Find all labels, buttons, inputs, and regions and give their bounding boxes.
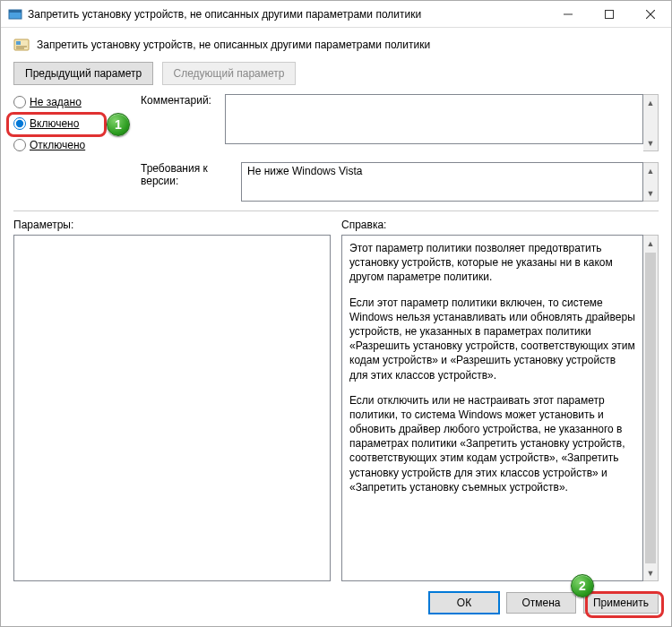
options-column: Параметры: xyxy=(13,219,331,581)
cancel-button[interactable]: Отмена xyxy=(506,592,576,614)
comment-label: Комментарий: xyxy=(134,94,225,151)
help-text: Этот параметр политики позволяет предотв… xyxy=(341,235,643,581)
state-and-comment-row: Не задано Включено Отключено 1 Комментар… xyxy=(1,94,671,157)
svg-rect-3 xyxy=(606,10,614,18)
help-label: Справка: xyxy=(341,219,659,231)
nav-buttons: Предыдущий параметр Следующий параметр xyxy=(1,58,671,94)
maximize-button[interactable] xyxy=(589,1,630,28)
next-setting-button[interactable]: Следующий параметр xyxy=(162,62,297,85)
policy-header: Запретить установку устройств, не описан… xyxy=(1,28,671,58)
help-paragraph-1: Этот параметр политики позволяет предотв… xyxy=(349,241,635,285)
requirements-row: Требования к версии: Не ниже Windows Vis… xyxy=(1,157,671,210)
svg-rect-1 xyxy=(9,10,22,13)
state-radio-group: Не задано Включено Отключено 1 xyxy=(13,94,134,151)
scroll-down-icon[interactable]: ▼ xyxy=(643,565,658,580)
help-column: Справка: Этот параметр политики позволяе… xyxy=(341,219,659,581)
help-paragraph-2: Если этот параметр политики включен, то … xyxy=(349,296,635,382)
radio-not-configured[interactable]: Не задано xyxy=(13,96,134,108)
radio-enabled[interactable]: Включено xyxy=(13,117,134,130)
requirements-label: Требования к версии: xyxy=(13,162,241,187)
comment-scrollbar[interactable]: ▲ ▼ xyxy=(643,94,659,151)
scroll-down-icon[interactable]: ▼ xyxy=(643,185,658,201)
options-box[interactable] xyxy=(13,235,331,581)
radio-disabled-input[interactable] xyxy=(13,139,26,151)
main-area: Параметры: Справка: Этот параметр полити… xyxy=(1,211,671,581)
svg-rect-7 xyxy=(16,41,21,45)
window-titlebar: Запретить установку устройств, не описан… xyxy=(1,1,671,28)
radio-not-configured-label: Не задано xyxy=(30,96,82,108)
radio-disabled[interactable]: Отключено xyxy=(13,139,134,151)
help-wrap: Этот параметр политики позволяет предотв… xyxy=(341,235,659,581)
window-icon xyxy=(8,7,22,21)
ok-button[interactable]: ОК xyxy=(429,592,499,614)
close-button[interactable] xyxy=(630,1,671,28)
window-title: Запретить установку устройств, не описан… xyxy=(28,8,547,21)
radio-enabled-input[interactable] xyxy=(13,117,26,130)
previous-setting-button[interactable]: Предыдущий параметр xyxy=(13,62,153,85)
radio-enabled-label: Включено xyxy=(30,117,79,130)
scroll-thumb[interactable] xyxy=(645,253,656,563)
scroll-up-icon[interactable]: ▲ xyxy=(643,236,658,251)
scroll-up-icon[interactable]: ▲ xyxy=(643,163,658,178)
comment-textarea[interactable] xyxy=(225,94,643,144)
apply-button[interactable]: Применить xyxy=(583,592,659,614)
minimize-button[interactable] xyxy=(547,1,589,28)
help-scrollbar[interactable]: ▲ ▼ xyxy=(643,235,659,581)
radio-not-configured-input[interactable] xyxy=(13,96,26,108)
policy-icon xyxy=(13,37,30,53)
scroll-up-icon[interactable]: ▲ xyxy=(643,95,658,110)
dialog-footer: ОК Отмена Применить 2 xyxy=(1,581,671,626)
requirements-scrollbar[interactable]: ▲ ▼ xyxy=(643,162,659,202)
help-paragraph-3: Если отключить или не настраивать этот п… xyxy=(349,393,635,494)
radio-disabled-label: Отключено xyxy=(30,139,85,151)
scroll-down-icon[interactable]: ▼ xyxy=(643,135,658,150)
policy-title: Запретить установку устройств, не описан… xyxy=(37,39,430,51)
gpedit-policy-dialog: Запретить установку устройств, не описан… xyxy=(0,0,672,627)
requirements-value: Не ниже Windows Vista xyxy=(241,162,643,202)
options-label: Параметры: xyxy=(13,219,331,231)
